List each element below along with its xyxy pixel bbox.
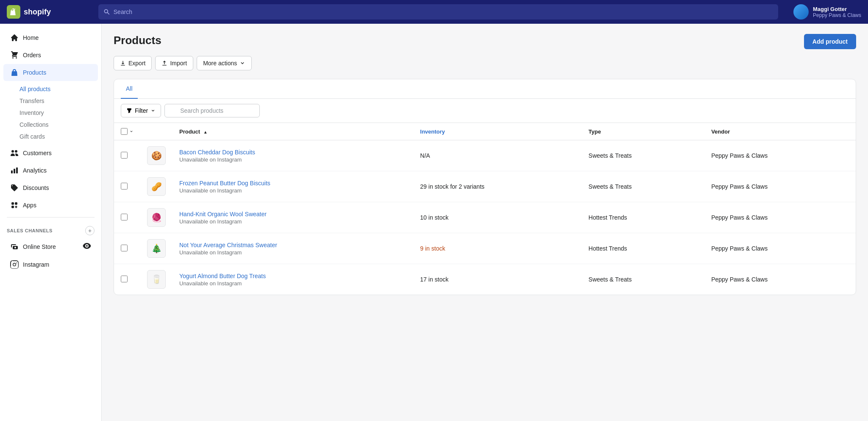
product-subtitle: Unavailable on Instagram [179, 218, 406, 225]
row-checkbox[interactable] [121, 245, 128, 251]
sidebar-item-orders[interactable]: Orders [3, 47, 98, 64]
sidebar-item-online-store[interactable]: Online Store [3, 237, 98, 256]
table-row: 🥜 Frozen Peanut Butter Dog Biscuits Unav… [114, 171, 856, 202]
col-type-header: Type [582, 123, 705, 140]
page-title: Products [114, 34, 161, 47]
tab-all[interactable]: All [121, 79, 138, 99]
sidebar-item-gift-cards[interactable]: Gift cards [19, 131, 101, 142]
product-name-cell: Bacon Cheddar Dog Biscuits Unavailable o… [172, 140, 413, 171]
shopify-logo[interactable]: shopify [7, 5, 92, 19]
product-name-link[interactable]: Hand-Knit Organic Wool Sweater [179, 211, 267, 217]
user-info: Maggi Gotter Peppy Paws & Claws [813, 6, 861, 18]
product-thumb-cell: 🎄 [140, 233, 172, 264]
topbar: shopify Maggi Gotter Peppy Paws & Claws [0, 0, 868, 24]
sidebar-products-label: Products [23, 69, 46, 76]
col-thumb-header [140, 123, 172, 140]
product-name-cell: Yogurt Almond Butter Dog Treats Unavaila… [172, 264, 413, 295]
sidebar-item-all-products[interactable]: All products [19, 83, 101, 95]
home-icon [10, 33, 19, 42]
product-name-link[interactable]: Not Your Average Christmas Sweater [179, 242, 277, 248]
online-store-eye-icon[interactable] [83, 242, 91, 251]
product-type-cell: Sweets & Treats [582, 264, 705, 295]
avatar [793, 4, 809, 20]
table-row: 🧶 Hand-Knit Organic Wool Sweater Unavail… [114, 202, 856, 233]
product-subtitle: Unavailable on Instagram [179, 187, 406, 194]
filter-search-bar: Filter [114, 99, 856, 123]
product-inventory-cell: 17 in stock [413, 264, 581, 295]
sidebar-item-apps[interactable]: Apps [3, 197, 98, 214]
product-type-cell: Sweets & Treats [582, 171, 705, 202]
sidebar-home-label: Home [23, 34, 39, 41]
row-checkbox[interactable] [121, 152, 128, 159]
user-section: Maggi Gotter Peppy Paws & Claws [785, 4, 861, 20]
product-name-link[interactable]: Yogurt Almond Butter Dog Treats [179, 273, 266, 279]
products-table: Product ▲ Inventory Type Vendor 🍪 [114, 123, 856, 295]
sales-channels-title: SALES CHANNELS + [0, 221, 101, 237]
product-subtitle: Unavailable on Instagram [179, 280, 406, 287]
product-thumbnail: 🍪 [147, 146, 166, 165]
sidebar-item-customers[interactable]: Customers [3, 145, 98, 162]
global-search[interactable] [98, 4, 778, 20]
product-subtitle: Unavailable on Instagram [179, 156, 406, 163]
select-all-checkbox[interactable] [121, 128, 128, 135]
col-vendor-header: Vendor [704, 123, 856, 140]
col-inventory-header[interactable]: Inventory [413, 123, 581, 140]
sidebar-item-collections[interactable]: Collections [19, 119, 101, 131]
add-sales-channel-button[interactable]: + [85, 226, 95, 235]
sidebar-item-home[interactable]: Home [3, 29, 98, 46]
product-thumbnail: 🎄 [147, 239, 166, 258]
products-card: All Filter [114, 79, 856, 295]
page-header: Products Add product [114, 34, 856, 49]
sidebar-customers-label: Customers [23, 150, 52, 156]
product-name-link[interactable]: Frozen Peanut Butter Dog Biscuits [179, 180, 270, 187]
inventory-value: 29 in stock for 2 variants [420, 183, 484, 190]
customers-icon [10, 149, 19, 157]
product-vendor-cell: Peppy Paws & Claws [704, 140, 856, 171]
import-button[interactable]: Import [155, 56, 193, 70]
product-inventory-cell: 9 in stock [413, 233, 581, 264]
col-product-header[interactable]: Product ▲ [172, 123, 413, 140]
row-checkbox[interactable] [121, 276, 128, 282]
user-name: Maggi Gotter [813, 6, 861, 12]
product-thumbnail: 🧶 [147, 208, 166, 227]
product-thumb-cell: 🥛 [140, 264, 172, 295]
row-checkbox-cell [114, 171, 140, 202]
sidebar-products-submenu: All products Transfers Inventory Collect… [0, 81, 101, 144]
row-checkbox-cell [114, 202, 140, 233]
row-checkbox-cell [114, 140, 140, 171]
online-store-icon [10, 243, 19, 251]
discounts-icon [10, 184, 19, 192]
product-search-input[interactable] [164, 104, 260, 117]
sidebar-item-analytics[interactable]: Analytics [3, 162, 98, 179]
product-name-cell: Frozen Peanut Butter Dog Biscuits Unavai… [172, 171, 413, 202]
instagram-icon [10, 260, 19, 269]
sidebar-item-instagram[interactable]: Instagram [3, 256, 98, 273]
filter-button[interactable]: Filter [121, 104, 161, 117]
import-icon [161, 60, 167, 66]
product-type-cell: Sweets & Treats [582, 140, 705, 171]
product-name-link[interactable]: Bacon Cheddar Dog Biscuits [179, 149, 255, 156]
sidebar-item-products[interactable]: Products [3, 64, 98, 81]
add-product-button[interactable]: Add product [804, 34, 856, 49]
sidebar-apps-label: Apps [23, 202, 36, 209]
row-checkbox[interactable] [121, 183, 128, 190]
product-subtitle: Unavailable on Instagram [179, 249, 406, 256]
filter-icon [126, 108, 132, 114]
tab-bar: All [114, 79, 856, 99]
product-name-cell: Not Your Average Christmas Sweater Unava… [172, 233, 413, 264]
orders-icon [10, 51, 19, 59]
sidebar-item-inventory[interactable]: Inventory [19, 107, 101, 119]
row-checkbox[interactable] [121, 214, 128, 220]
more-actions-button[interactable]: More actions [197, 56, 252, 70]
row-checkbox-cell [114, 233, 140, 264]
global-search-input[interactable] [114, 8, 773, 15]
table-row: 🥛 Yogurt Almond Butter Dog Treats Unavai… [114, 264, 856, 295]
sidebar-divider [7, 217, 95, 217]
sidebar-discounts-label: Discounts [23, 184, 49, 191]
sidebar-item-transfers[interactable]: Transfers [19, 95, 101, 107]
action-bar: Export Import More actions [114, 56, 856, 70]
dropdown-arrow-icon[interactable] [129, 129, 134, 134]
sidebar-item-discounts[interactable]: Discounts [3, 179, 98, 196]
analytics-icon [10, 166, 19, 175]
export-button[interactable]: Export [114, 56, 152, 70]
